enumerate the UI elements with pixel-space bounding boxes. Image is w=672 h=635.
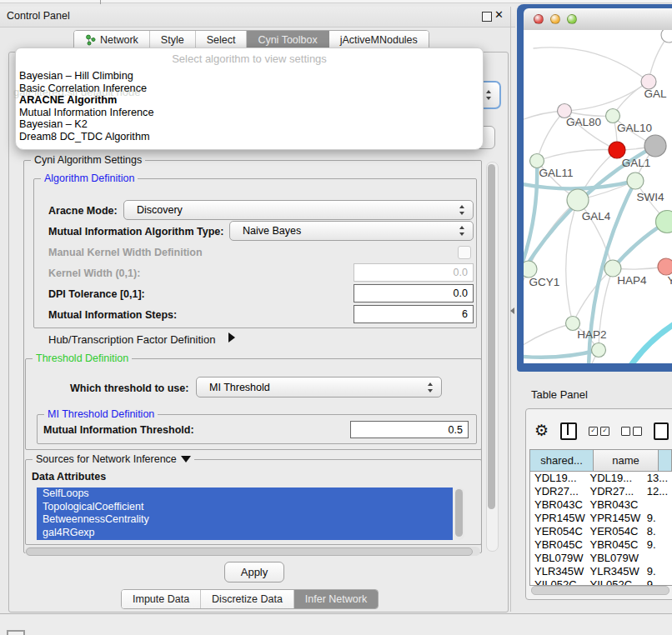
tab-select[interactable]: Select	[196, 31, 248, 49]
column-header-name[interactable]: name	[594, 450, 659, 471]
manual-kernel-checkbox	[458, 246, 471, 259]
table-row[interactable]: YDR27...YDR27...12...	[530, 485, 672, 498]
tab-network[interactable]: Network	[74, 31, 150, 49]
table-cell[interactable]: YDR27...	[585, 485, 642, 498]
table-cell[interactable]: 9.	[643, 538, 672, 552]
close-icon[interactable]: ✕	[494, 8, 504, 21]
node-label-HAP2: HAP2	[577, 328, 606, 341]
dpi-tolerance-field[interactable]	[354, 284, 474, 302]
table-cell[interactable]: YBR045C	[530, 538, 585, 552]
control-panel-title: Control Panel	[7, 10, 70, 22]
show-checked-columns-icon[interactable]: ✓✓	[589, 427, 609, 436]
aracne-mode-label: Aracne Mode:	[48, 205, 118, 217]
zoom-traffic-light[interactable]	[567, 14, 577, 24]
node-SWI4[interactable]	[627, 172, 644, 189]
table-cell[interactable]: YDL19...	[585, 472, 642, 485]
expand-arrow-icon[interactable]	[228, 332, 235, 342]
export-table-icon[interactable]	[654, 422, 669, 440]
table-cell[interactable]: YBR043C	[530, 498, 585, 512]
node-bottom-node[interactable]	[592, 343, 606, 358]
table-cell[interactable]: YIL052C	[585, 578, 642, 586]
mi-algorithm-type-combobox[interactable]: Naive Bayes	[229, 221, 474, 241]
table-row[interactable]: YER054CYER054C8.	[530, 525, 672, 538]
node-GAL4[interactable]	[567, 189, 589, 211]
gear-icon[interactable]: ⚙	[534, 422, 549, 439]
tab-impute-data[interactable]: Impute Data	[122, 590, 201, 608]
panel-collapse-handle[interactable]	[510, 308, 514, 314]
tab-discretize-data[interactable]: Discretize Data	[201, 590, 294, 608]
node-node-partial[interactable]	[661, 30, 672, 42]
network-window-titlebar[interactable]	[524, 8, 672, 31]
table-cell[interactable]: 8.	[643, 525, 672, 538]
data-attributes-list[interactable]: SelfLoopsTopologicalCoefficientBetweenne…	[37, 488, 453, 540]
table-cell[interactable]: 13...	[643, 472, 672, 485]
tab-infer-network[interactable]: Infer Network	[294, 590, 378, 608]
tab-jactivemnodules[interactable]: jActiveMNodules	[329, 31, 429, 49]
dropdown-item[interactable]: Bayesian – K2	[19, 118, 469, 131]
table-cell[interactable]	[643, 552, 672, 565]
table-row[interactable]: YLR345WYLR345W9.	[530, 565, 672, 578]
table-cell[interactable]: YPR145W	[530, 512, 585, 525]
table-cell[interactable]: 9.	[643, 565, 672, 578]
table-horizontal-scrollbar[interactable]	[531, 586, 669, 595]
table-cell[interactable]: YBL079W	[585, 552, 642, 565]
node-GCY1[interactable]	[524, 261, 537, 278]
mi-threshold-field[interactable]	[350, 421, 469, 438]
table-row[interactable]: YBR043CYBR043C	[530, 498, 672, 512]
minimized-panel-icon[interactable]	[7, 630, 25, 635]
attribute-item[interactable]: gal4RGexp	[37, 527, 453, 540]
which-threshold-combobox[interactable]: MI Threshold	[196, 377, 442, 398]
table-cell[interactable]: YDL19...	[530, 472, 585, 485]
algorithm-definition-title: Algorithm Definition	[41, 172, 138, 184]
node-GAL11[interactable]	[530, 154, 544, 168]
columns-icon[interactable]	[560, 422, 577, 440]
table-cell[interactable]	[643, 498, 672, 512]
attribute-item[interactable]: SelfLoops	[37, 488, 453, 501]
aracne-mode-combobox[interactable]: Discovery	[123, 200, 474, 220]
tab-style[interactable]: Style	[150, 31, 196, 49]
table-cell[interactable]: YIL052C	[530, 578, 585, 586]
table-cell[interactable]: YER054C	[585, 525, 642, 538]
attributes-scrollbar[interactable]	[454, 488, 464, 540]
table-cell[interactable]: 12...	[643, 485, 672, 498]
tab-cyni-toolbox[interactable]: Cyni Toolbox	[247, 31, 328, 49]
table-cell[interactable]: YLR345W	[530, 565, 585, 578]
settings-vertical-scrollbar[interactable]	[486, 162, 499, 552]
close-traffic-light[interactable]	[534, 14, 544, 24]
collapse-arrow-icon[interactable]	[181, 456, 191, 462]
node-gray-node[interactable]	[644, 135, 666, 157]
table-row[interactable]: YBL079WYBL079W	[530, 552, 672, 565]
table-row[interactable]: YIL052CYIL052C9	[530, 578, 672, 586]
table-cell[interactable]: YBR043C	[585, 498, 642, 512]
table-cell[interactable]: 9	[643, 578, 672, 586]
apply-button[interactable]: Apply	[224, 562, 284, 582]
table-cell[interactable]: 9.	[643, 512, 672, 525]
table-cell[interactable]: YBR045C	[585, 538, 642, 552]
table-cell[interactable]: YPR145W	[585, 512, 642, 525]
stepper-icon	[486, 90, 492, 100]
minimize-traffic-light[interactable]	[550, 14, 560, 24]
column-header-shared...[interactable]: shared...	[530, 450, 594, 471]
dropdown-item[interactable]: Dream8 DC_TDC Algorithm	[19, 131, 469, 143]
attribute-item[interactable]: BetweennessCentrality	[37, 513, 453, 527]
table-row[interactable]: YBR045CYBR045C9.	[530, 538, 672, 552]
dropdown-item[interactable]: Mutual Information Inference	[19, 107, 469, 119]
column-header-partial[interactable]	[659, 450, 672, 471]
node-GAL1[interactable]	[609, 142, 625, 158]
network-canvas[interactable]: GALGAL80GAL10GAL1GAL11SWI4GAL4GCY1YHAP4H…	[524, 30, 672, 363]
table-cell[interactable]: YLR345W	[585, 565, 642, 578]
stepper-icon	[428, 382, 434, 392]
table-row[interactable]: YPR145WYPR145W9.	[530, 512, 672, 525]
table-cell[interactable]: YBL079W	[530, 552, 585, 565]
dropdown-item[interactable]: Bayesian – Hill Climbing	[19, 70, 469, 82]
table-row[interactable]: YDL19...YDL19...13...	[530, 472, 672, 485]
settings-horizontal-scrollbar[interactable]	[25, 547, 480, 556]
mi-steps-field[interactable]	[354, 305, 474, 323]
table-cell[interactable]: YER054C	[530, 525, 585, 538]
table-cell[interactable]: YDR27...	[530, 485, 585, 498]
attribute-item[interactable]: TopologicalCoefficient	[37, 501, 453, 514]
float-window-icon[interactable]	[482, 12, 492, 22]
hide-columns-icon[interactable]	[621, 427, 642, 436]
node-salmon-node[interactable]	[658, 258, 672, 275]
node-GAL10[interactable]	[606, 109, 620, 123]
